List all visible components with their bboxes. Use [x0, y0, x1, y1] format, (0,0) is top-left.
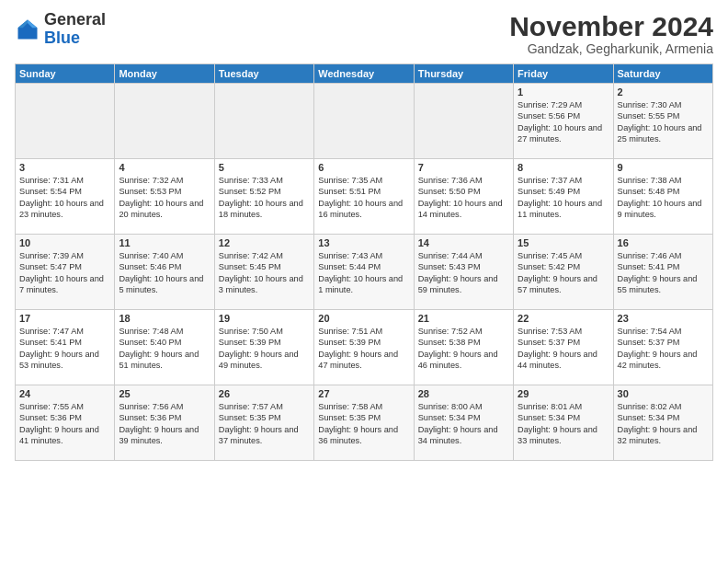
day-number: 12: [219, 237, 310, 248]
cell-3-4: 13Sunrise: 7:43 AM Sunset: 5:44 PM Dayli…: [314, 235, 414, 310]
day-number: 13: [318, 237, 409, 248]
cell-info: Sunrise: 7:30 AM Sunset: 5:55 PM Dayligh…: [618, 99, 709, 145]
cell-info: Sunrise: 7:32 AM Sunset: 5:53 PM Dayligh…: [119, 175, 210, 221]
header: General Blue November 2024 Gandzak, Gegh…: [15, 11, 713, 56]
cell-5-5: 28Sunrise: 8:00 AM Sunset: 5:34 PM Dayli…: [414, 385, 513, 461]
logo-icon: [15, 17, 40, 42]
cell-info: Sunrise: 7:47 AM Sunset: 5:41 PM Dayligh…: [19, 326, 110, 372]
cell-1-1: [16, 84, 115, 159]
day-number: 9: [618, 162, 709, 173]
week-row-3: 10Sunrise: 7:39 AM Sunset: 5:47 PM Dayli…: [16, 235, 713, 310]
cell-info: Sunrise: 7:35 AM Sunset: 5:51 PM Dayligh…: [318, 175, 409, 221]
day-number: 15: [518, 237, 609, 248]
cell-info: Sunrise: 7:45 AM Sunset: 5:42 PM Dayligh…: [518, 250, 609, 296]
col-header-tuesday: Tuesday: [214, 64, 313, 84]
day-number: 2: [618, 86, 709, 98]
day-number: 30: [618, 388, 709, 399]
cell-info: Sunrise: 7:56 AM Sunset: 5:36 PM Dayligh…: [119, 401, 210, 447]
cell-info: Sunrise: 7:37 AM Sunset: 5:49 PM Dayligh…: [518, 175, 609, 221]
title-block: November 2024 Gandzak, Gegharkunik, Arme…: [509, 11, 713, 56]
day-number: 21: [418, 313, 509, 324]
week-row-1: 1Sunrise: 7:29 AM Sunset: 5:56 PM Daylig…: [16, 84, 713, 159]
cell-1-6: 1Sunrise: 7:29 AM Sunset: 5:56 PM Daylig…: [514, 84, 613, 159]
col-header-saturday: Saturday: [613, 64, 712, 84]
cell-info: Sunrise: 7:38 AM Sunset: 5:48 PM Dayligh…: [618, 175, 709, 221]
page: General Blue November 2024 Gandzak, Gegh…: [0, 0, 728, 563]
day-number: 27: [318, 388, 409, 399]
cell-info: Sunrise: 7:43 AM Sunset: 5:44 PM Dayligh…: [318, 250, 409, 296]
day-number: 24: [19, 388, 110, 399]
day-number: 3: [19, 162, 110, 173]
day-number: 16: [618, 237, 709, 248]
cell-info: Sunrise: 7:57 AM Sunset: 5:35 PM Dayligh…: [219, 401, 310, 447]
cell-3-3: 12Sunrise: 7:42 AM Sunset: 5:45 PM Dayli…: [214, 235, 313, 310]
col-header-thursday: Thursday: [414, 64, 513, 84]
cell-2-3: 5Sunrise: 7:33 AM Sunset: 5:52 PM Daylig…: [214, 159, 313, 235]
cell-3-2: 11Sunrise: 7:40 AM Sunset: 5:46 PM Dayli…: [115, 235, 214, 310]
cell-1-4: [314, 84, 414, 159]
cell-1-5: [414, 84, 513, 159]
cell-1-2: [115, 84, 214, 159]
cell-5-1: 24Sunrise: 7:55 AM Sunset: 5:36 PM Dayli…: [16, 385, 115, 461]
cell-4-5: 21Sunrise: 7:52 AM Sunset: 5:38 PM Dayli…: [414, 310, 513, 385]
cell-info: Sunrise: 7:50 AM Sunset: 5:39 PM Dayligh…: [219, 326, 310, 372]
day-number: 19: [219, 313, 310, 324]
cell-5-4: 27Sunrise: 7:58 AM Sunset: 5:35 PM Dayli…: [314, 385, 414, 461]
cell-3-5: 14Sunrise: 7:44 AM Sunset: 5:43 PM Dayli…: [414, 235, 513, 310]
day-number: 1: [518, 86, 609, 98]
cell-info: Sunrise: 7:29 AM Sunset: 5:56 PM Dayligh…: [518, 99, 609, 145]
cell-4-4: 20Sunrise: 7:51 AM Sunset: 5:39 PM Dayli…: [314, 310, 414, 385]
cell-2-4: 6Sunrise: 7:35 AM Sunset: 5:51 PM Daylig…: [314, 159, 414, 235]
day-number: 10: [19, 237, 110, 248]
week-row-2: 3Sunrise: 7:31 AM Sunset: 5:54 PM Daylig…: [16, 159, 713, 235]
cell-info: Sunrise: 8:01 AM Sunset: 5:34 PM Dayligh…: [518, 401, 609, 447]
cell-info: Sunrise: 7:40 AM Sunset: 5:46 PM Dayligh…: [119, 250, 210, 296]
day-number: 17: [19, 313, 110, 324]
cell-3-6: 15Sunrise: 7:45 AM Sunset: 5:42 PM Dayli…: [514, 235, 613, 310]
cell-2-6: 8Sunrise: 7:37 AM Sunset: 5:49 PM Daylig…: [514, 159, 613, 235]
cell-2-7: 9Sunrise: 7:38 AM Sunset: 5:48 PM Daylig…: [613, 159, 712, 235]
cell-1-7: 2Sunrise: 7:30 AM Sunset: 5:55 PM Daylig…: [613, 84, 712, 159]
day-number: 6: [318, 162, 409, 173]
cell-info: Sunrise: 7:48 AM Sunset: 5:40 PM Dayligh…: [119, 326, 210, 372]
day-number: 20: [318, 313, 409, 324]
cell-4-3: 19Sunrise: 7:50 AM Sunset: 5:39 PM Dayli…: [214, 310, 313, 385]
col-header-sunday: Sunday: [16, 64, 115, 84]
col-header-monday: Monday: [115, 64, 214, 84]
day-number: 18: [119, 313, 210, 324]
cell-2-1: 3Sunrise: 7:31 AM Sunset: 5:54 PM Daylig…: [16, 159, 115, 235]
cell-info: Sunrise: 7:53 AM Sunset: 5:37 PM Dayligh…: [518, 326, 609, 372]
cell-4-2: 18Sunrise: 7:48 AM Sunset: 5:40 PM Dayli…: [115, 310, 214, 385]
logo: General Blue: [15, 11, 106, 48]
day-number: 11: [119, 237, 210, 248]
day-number: 22: [518, 313, 609, 324]
cell-info: Sunrise: 7:33 AM Sunset: 5:52 PM Dayligh…: [219, 175, 310, 221]
cell-info: Sunrise: 7:58 AM Sunset: 5:35 PM Dayligh…: [318, 401, 409, 447]
day-number: 4: [119, 162, 210, 173]
week-row-5: 24Sunrise: 7:55 AM Sunset: 5:36 PM Dayli…: [16, 385, 713, 461]
logo-text: General Blue: [44, 11, 106, 48]
cell-5-6: 29Sunrise: 8:01 AM Sunset: 5:34 PM Dayli…: [514, 385, 613, 461]
cell-info: Sunrise: 8:02 AM Sunset: 5:34 PM Dayligh…: [618, 401, 709, 447]
cell-info: Sunrise: 7:36 AM Sunset: 5:50 PM Dayligh…: [418, 175, 509, 221]
cell-info: Sunrise: 8:00 AM Sunset: 5:34 PM Dayligh…: [418, 401, 509, 447]
calendar-table: SundayMondayTuesdayWednesdayThursdayFrid…: [15, 63, 713, 461]
day-number: 23: [618, 313, 709, 324]
cell-info: Sunrise: 7:39 AM Sunset: 5:47 PM Dayligh…: [19, 250, 110, 296]
cell-info: Sunrise: 7:52 AM Sunset: 5:38 PM Dayligh…: [418, 326, 509, 372]
cell-2-2: 4Sunrise: 7:32 AM Sunset: 5:53 PM Daylig…: [115, 159, 214, 235]
cell-info: Sunrise: 7:55 AM Sunset: 5:36 PM Dayligh…: [19, 401, 110, 447]
cell-info: Sunrise: 7:31 AM Sunset: 5:54 PM Dayligh…: [19, 175, 110, 221]
cell-4-1: 17Sunrise: 7:47 AM Sunset: 5:41 PM Dayli…: [16, 310, 115, 385]
day-number: 25: [119, 388, 210, 399]
cell-4-6: 22Sunrise: 7:53 AM Sunset: 5:37 PM Dayli…: [514, 310, 613, 385]
logo-general-text: General: [44, 10, 106, 29]
cell-5-2: 25Sunrise: 7:56 AM Sunset: 5:36 PM Dayli…: [115, 385, 214, 461]
cell-info: Sunrise: 7:54 AM Sunset: 5:37 PM Dayligh…: [618, 326, 709, 372]
month-title: November 2024: [509, 11, 713, 41]
cell-info: Sunrise: 7:51 AM Sunset: 5:39 PM Dayligh…: [318, 326, 409, 372]
col-header-wednesday: Wednesday: [314, 64, 414, 84]
week-row-4: 17Sunrise: 7:47 AM Sunset: 5:41 PM Dayli…: [16, 310, 713, 385]
day-number: 5: [219, 162, 310, 173]
day-number: 14: [418, 237, 509, 248]
